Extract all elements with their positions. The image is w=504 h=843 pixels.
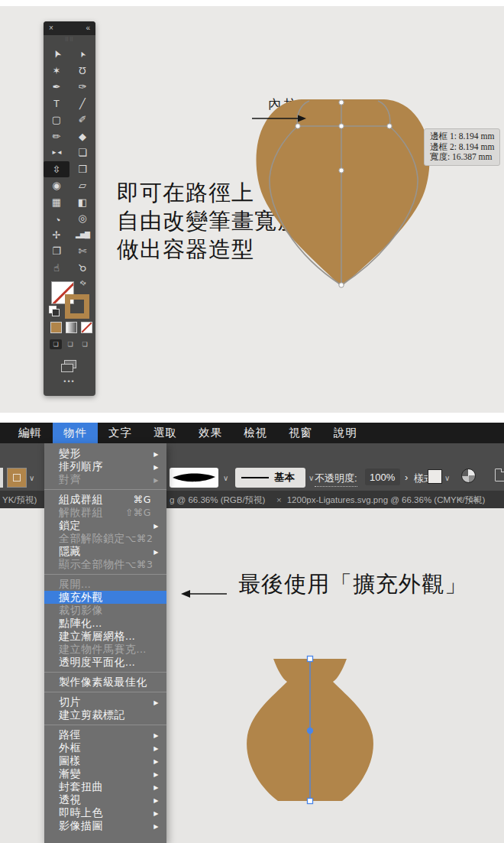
tab-close-icon[interactable]: × — [276, 495, 282, 504]
menu-item[interactable]: 路徑 — [44, 728, 166, 741]
opacity-label[interactable]: 不透明度: — [315, 472, 357, 487]
style-chevron-icon[interactable]: ∨ — [444, 474, 450, 482]
lasso-tool[interactable]: Ω — [69, 63, 95, 79]
magic-wand-tool[interactable]: ✶ — [44, 63, 69, 79]
menu-item[interactable]: 點陣化... — [44, 617, 166, 630]
screen-mode-icon[interactable] — [64, 360, 76, 368]
zoom-tool[interactable]: ⚲ — [69, 260, 95, 277]
menu-item[interactable]: 製作像素級最佳化 — [44, 676, 166, 689]
menubar-item-effect[interactable]: 效果 — [188, 423, 233, 443]
reflect-tool[interactable]: ►◄ — [44, 144, 69, 161]
pen-tool[interactable]: ✒ — [44, 79, 69, 96]
fill-chevron-icon[interactable]: ∨ — [29, 474, 34, 482]
document-tab[interactable]: g @ 66.36% (RGB/預視) — [170, 494, 265, 506]
shaper-tool[interactable]: ✏ — [44, 128, 69, 145]
menu-item[interactable]: 組成群組 ⌘G — [44, 493, 166, 506]
menu-item[interactable]: 影像描圖 — [44, 819, 166, 832]
brush-chevron-icon[interactable]: ∨ — [223, 474, 228, 482]
menu-item[interactable]: 變形 — [44, 447, 166, 460]
stroke-style-chevron-icon[interactable]: ∨ — [309, 474, 314, 482]
menu-item[interactable]: 封套扭曲 — [44, 780, 166, 793]
direct-selection-tool[interactable]: ➤ — [69, 46, 95, 63]
menu-item[interactable]: 對齊 — [44, 473, 166, 486]
menu-item[interactable]: 顯示全部物件 ⌥⌘3 — [44, 558, 166, 571]
brush-preview-field[interactable] — [170, 468, 218, 488]
menu-item[interactable]: 建立剪裁標記 — [44, 708, 166, 721]
type-tool[interactable]: T — [44, 96, 69, 112]
free-transform-tool[interactable]: ❒ — [69, 161, 95, 178]
hand-tool[interactable]: ☝ — [44, 260, 69, 277]
close-icon[interactable]: × — [49, 24, 53, 32]
menubar-item-type[interactable]: 文字 — [98, 423, 143, 443]
stroke-swatch[interactable] — [65, 294, 89, 319]
menu-item[interactable]: 透視 — [44, 793, 166, 806]
perspective-grid-tool[interactable]: ▱ — [69, 177, 95, 194]
menu-item[interactable]: 建立物件馬賽克... — [44, 643, 166, 656]
stroke-style-field[interactable]: 基本 — [235, 468, 305, 488]
draw-normal-icon[interactable]: ❏ — [50, 339, 62, 349]
menu-item[interactable]: 解散群組 ⇧⌘G — [44, 506, 166, 519]
document-icon[interactable] — [495, 469, 504, 481]
draw-inside-icon[interactable]: ❏ — [79, 339, 91, 349]
puppet-warp-tool[interactable]: ❏ — [69, 144, 95, 161]
document-tab[interactable]: ×1200px-Ligatures.svg.png @ 66.36% (CMYK… — [276, 494, 485, 506]
menu-item[interactable] — [44, 725, 166, 725]
menu-item[interactable]: 建立漸層網格... — [44, 630, 166, 643]
color-button[interactable] — [50, 322, 62, 333]
menubar-item-object[interactable]: 物件 — [53, 423, 98, 443]
eyedropper-tool[interactable]: ❜ — [44, 210, 69, 227]
opacity-value-field[interactable]: 100% — [365, 469, 400, 485]
menu-item[interactable]: 外框 — [44, 741, 166, 754]
shape-builder-tool[interactable]: ◉ — [44, 177, 69, 194]
document-tab[interactable]: YK/預視) — [2, 494, 37, 506]
menu-item[interactable]: 裁切影像 — [44, 604, 166, 617]
menu-item[interactable]: 即時上色 — [44, 806, 166, 819]
menu-item[interactable]: 擴充外觀 — [44, 591, 166, 604]
menubar-item-edit[interactable]: 編輯 — [8, 423, 53, 443]
gradient-tool[interactable]: ◧ — [69, 194, 95, 211]
gradient-button[interactable] — [66, 322, 77, 333]
fill-color-well[interactable] — [7, 468, 27, 488]
color-wheel-icon[interactable] — [461, 469, 476, 483]
menu-item[interactable]: 鎖定 — [44, 519, 166, 532]
menu-item[interactable]: 漸變 — [44, 767, 166, 780]
menubar-item-window[interactable]: 視窗 — [278, 423, 323, 443]
menu-item[interactable] — [44, 574, 166, 575]
none-button[interactable] — [81, 322, 92, 333]
menu-item[interactable]: 圖樣 — [44, 754, 166, 767]
menu-item[interactable]: 透明度平面化... — [44, 656, 166, 669]
menu-item[interactable]: 全部解除鎖定 ⌥⌘2 — [44, 532, 166, 545]
menu-item[interactable]: 展開... — [44, 578, 166, 591]
menu-item[interactable]: 隱藏 — [44, 545, 166, 558]
draw-behind-icon[interactable]: ❏ — [64, 339, 76, 349]
slice-tool[interactable]: ✄ — [69, 243, 95, 260]
toolbar-overflow-icon[interactable]: ••• — [44, 378, 95, 385]
menubar-item-help[interactable]: 說明 — [323, 423, 368, 443]
menubar-item-select[interactable]: 選取 — [143, 423, 188, 443]
paintbrush-tool[interactable]: ✐ — [69, 112, 95, 128]
column-graph-tool[interactable]: ▂▅▇ — [69, 227, 95, 244]
width-tool[interactable]: ⇳ — [44, 161, 69, 178]
menu-item[interactable] — [44, 489, 166, 490]
menu-item[interactable] — [44, 672, 166, 673]
opacity-expand-icon[interactable]: › — [405, 472, 408, 483]
rectangle-tool[interactable]: ▢ — [44, 112, 69, 128]
eraser-tool[interactable]: ◆ — [69, 128, 95, 145]
menu-item[interactable]: 排列順序 — [44, 460, 166, 473]
menu-item[interactable] — [44, 692, 166, 692]
selection-tool[interactable]: ➤ — [44, 46, 69, 63]
toolbar-grabber[interactable]: ⠿⠿ — [44, 37, 95, 43]
curvature-tool[interactable]: ✑ — [69, 79, 95, 96]
default-fill-stroke-icon[interactable] — [49, 306, 57, 313]
blend-tool[interactable]: ◎ — [69, 210, 95, 227]
swap-fill-stroke-icon[interactable]: ⇄ — [79, 278, 88, 287]
mesh-tool[interactable]: ▦ — [44, 194, 69, 211]
document-tab[interactable]: ×ca — [458, 494, 478, 504]
menubar-item-view[interactable]: 檢視 — [233, 423, 278, 443]
style-swatch[interactable] — [428, 469, 442, 484]
tab-close-icon[interactable]: × — [458, 494, 464, 504]
artboard-tool[interactable]: ❐ — [44, 243, 69, 260]
collapse-icon[interactable]: « — [86, 24, 90, 32]
symbol-sprayer-tool[interactable]: ✢ — [44, 227, 69, 244]
line-segment-tool[interactable]: ╱ — [69, 96, 95, 112]
